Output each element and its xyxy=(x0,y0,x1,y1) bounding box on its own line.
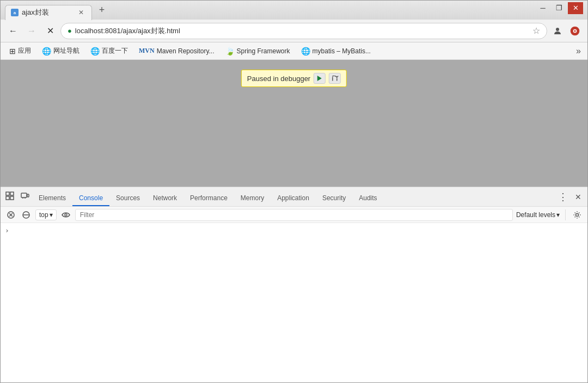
debugger-step-over-button[interactable] xyxy=(329,73,341,84)
user-account-button[interactable] xyxy=(549,23,566,39)
window-controls: ─ ❐ ✕ xyxy=(535,2,583,14)
bookmark-mybatis-label: mybatis – MyBatis... xyxy=(313,47,371,55)
levels-arrow-icon: ▾ xyxy=(556,211,560,219)
bookmark-mybatis[interactable]: 🌐 mybatis – MyBatis... xyxy=(297,45,375,57)
close-button[interactable]: ✕ xyxy=(568,2,583,14)
tab-network[interactable]: Network xyxy=(146,191,183,206)
debugger-banner: Paused in debugger xyxy=(241,70,347,87)
browser-tab[interactable]: a ajax封装 ✕ xyxy=(5,5,92,20)
svg-rect-9 xyxy=(21,193,27,197)
bookmark-spring-label: Spring Framework xyxy=(237,47,290,55)
bookmark-spring[interactable]: 🍃 Spring Framework xyxy=(221,45,295,57)
forward-button[interactable]: → xyxy=(23,23,40,39)
tab-close-button[interactable]: ✕ xyxy=(76,8,86,17)
browser-window: a ajax封装 ✕ + ─ ❐ ✕ ← → ✕ ● localhost:808… xyxy=(0,0,588,383)
chrome-menu-button[interactable] xyxy=(567,23,583,39)
bookmark-maven[interactable]: MVN Maven Repository... xyxy=(134,45,219,57)
svg-rect-7 xyxy=(6,196,9,200)
svg-rect-6 xyxy=(10,192,14,195)
bookmark-apps[interactable]: ⊞ 应用 xyxy=(5,45,35,57)
bookmark-maven-label: Maven Repository... xyxy=(157,47,215,55)
context-selector[interactable]: top ▾ xyxy=(35,209,57,220)
console-eye-button[interactable] xyxy=(60,209,72,221)
console-clear-button[interactable] xyxy=(5,209,17,221)
console-levels-selector[interactable]: Default levels ▾ xyxy=(516,211,560,219)
devtools-right-icons: ⋮ ✕ xyxy=(556,190,585,206)
nav-right-buttons xyxy=(549,23,583,39)
baidu-icon: 🌐 xyxy=(90,47,100,55)
back-button[interactable]: ← xyxy=(5,23,21,39)
console-prompt-line: › xyxy=(5,225,583,236)
devtools-close-button[interactable]: ✕ xyxy=(571,190,585,204)
svg-rect-8 xyxy=(10,196,14,200)
debugger-text: Paused in debugger xyxy=(247,75,310,83)
console-toolbar: top ▾ Default levels ▾ xyxy=(1,207,587,223)
svg-point-3 xyxy=(574,30,575,32)
tab-security[interactable]: Security xyxy=(316,191,352,206)
devtools-panel: Elements Console Sources Network Perform… xyxy=(1,187,587,382)
devtools-tab-bar: Elements Console Sources Network Perform… xyxy=(1,187,587,207)
tab-memory[interactable]: Memory xyxy=(234,191,271,206)
address-bar[interactable]: ● localhost:8081/ajax/ajax封装.html ☆ xyxy=(60,23,547,39)
page-content-area: Paused in debugger xyxy=(1,60,587,187)
titlebar: a ajax封装 ✕ + ─ ❐ ✕ xyxy=(1,1,587,20)
debugger-resume-button[interactable] xyxy=(314,73,326,84)
devtools-device-toggle-button[interactable] xyxy=(18,189,32,203)
tab-audits[interactable]: Audits xyxy=(352,191,383,206)
svg-rect-5 xyxy=(6,192,9,195)
devtools-left-icons xyxy=(3,189,32,206)
tab-title: ajax封装 xyxy=(22,8,73,17)
bookmark-apps-label: 应用 xyxy=(18,46,31,55)
tab-console[interactable]: Console xyxy=(72,191,109,206)
console-block-button[interactable] xyxy=(20,209,32,221)
toolbar-divider xyxy=(565,209,566,220)
console-settings-button[interactable] xyxy=(571,209,583,221)
console-filter-input[interactable] xyxy=(75,209,513,221)
svg-point-0 xyxy=(556,28,559,31)
context-value: top xyxy=(39,211,48,219)
devtools-tabs-list: Elements Console Sources Network Perform… xyxy=(32,191,556,206)
devtools-more-button[interactable]: ⋮ xyxy=(556,190,570,204)
levels-label: Default levels xyxy=(516,211,555,219)
reload-button[interactable]: ✕ xyxy=(42,23,58,39)
minimize-button[interactable]: ─ xyxy=(535,2,550,14)
tab-elements[interactable]: Elements xyxy=(32,191,72,206)
bookmark-navigation[interactable]: 🌐 网址导航 xyxy=(38,45,84,57)
bookmark-baidu[interactable]: 🌐 百度一下 xyxy=(86,45,132,57)
console-prompt-arrow: › xyxy=(5,226,9,234)
svg-marker-4 xyxy=(317,76,322,81)
tab-performance[interactable]: Performance xyxy=(183,191,234,206)
tab-sources[interactable]: Sources xyxy=(109,191,146,206)
apps-icon: ⊞ xyxy=(9,47,16,55)
tab-favicon: a xyxy=(11,9,19,16)
bookmarks-bar: ⊞ 应用 🌐 网址导航 🌐 百度一下 MVN Maven Repository.… xyxy=(1,42,587,60)
bookmark-star-icon[interactable]: ☆ xyxy=(532,26,540,36)
bookmark-navigation-label: 网址导航 xyxy=(53,46,79,55)
svg-rect-10 xyxy=(27,194,29,197)
bookmark-baidu-label: 百度一下 xyxy=(102,46,128,55)
navbar: ← → ✕ ● localhost:8081/ajax/ajax封装.html … xyxy=(1,20,587,42)
context-arrow-icon: ▾ xyxy=(50,211,53,219)
navigation-icon: 🌐 xyxy=(42,47,51,55)
maven-icon: MVN xyxy=(139,47,155,55)
svg-point-18 xyxy=(65,214,67,216)
restore-button[interactable]: ❐ xyxy=(552,2,567,14)
console-body: › xyxy=(1,223,587,382)
devtools-inspect-button[interactable] xyxy=(3,189,17,203)
url-text: localhost:8081/ajax/ajax封装.html xyxy=(75,26,529,36)
new-tab-button[interactable]: + xyxy=(94,3,109,18)
spring-icon: 🍃 xyxy=(225,47,235,55)
secure-icon: ● xyxy=(68,27,72,35)
bookmarks-more-button[interactable]: » xyxy=(574,46,583,56)
mybatis-icon: 🌐 xyxy=(301,47,310,55)
svg-point-19 xyxy=(576,213,579,216)
tab-application[interactable]: Application xyxy=(271,191,316,206)
